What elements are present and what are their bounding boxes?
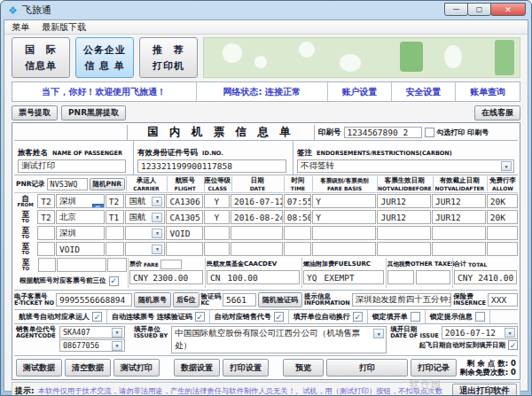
chevron-down-icon[interactable]: ▼ <box>112 328 122 338</box>
time-input-2[interactable]: 08:50 <box>284 210 311 224</box>
insurance-input[interactable]: XXX <box>488 293 518 307</box>
exit-print-software-button[interactable]: 退出打印软件 <box>452 384 517 396</box>
fare-amount-input[interactable]: CNY2300.00 <box>129 270 203 284</box>
option-checkbox[interactable]: ✓ <box>195 312 205 322</box>
fare-basis-input-3[interactable] <box>312 226 376 240</box>
date-input-2[interactable]: 2016-08-24 <box>231 210 283 224</box>
menu-item-download[interactable]: 最新版下载 <box>42 21 86 34</box>
account-settings-link[interactable]: 账户设置 <box>328 82 392 101</box>
issued-by-select[interactable]: 中国国际航空股份有限公司江西分公司（机场售票处）▼ <box>171 326 387 353</box>
chevron-down-icon[interactable]: ▼ <box>152 213 162 222</box>
not-valid-after-input-2[interactable]: JUR12 <box>432 210 486 224</box>
passenger-name-input[interactable]: 测试打印 <box>18 159 126 173</box>
city-to-input[interactable] <box>57 258 106 272</box>
city-to-input[interactable]: VOID <box>56 242 105 256</box>
online-service-button[interactable]: 在线客服 <box>474 105 520 120</box>
close-button[interactable]: ✕ <box>490 3 526 16</box>
not-valid-before-input-4[interactable] <box>377 242 431 256</box>
time-input-4[interactable] <box>284 242 311 256</box>
print-no-checkbox[interactable] <box>425 128 434 137</box>
fare-extra-input[interactable] <box>160 260 182 269</box>
terminal-to-input[interactable] <box>106 242 125 256</box>
flight-number-input-4[interactable] <box>166 242 202 256</box>
ticket-number-extract-button[interactable]: 票号提取 <box>12 105 58 120</box>
date-input-3[interactable] <box>231 226 283 240</box>
flight-number-input-2[interactable]: CA1305 <box>166 210 202 224</box>
option-checkbox[interactable]: ✓ <box>274 312 284 322</box>
ticket-prefix-checkbox[interactable]: ✓ <box>109 276 119 286</box>
terminal-to-input[interactable] <box>106 226 125 240</box>
terminal-from-input[interactable]: T2 <box>37 194 55 208</box>
not-valid-after-input-1[interactable]: JUR12 <box>432 194 486 208</box>
issue-date-picker[interactable]: 2016-07-12▼ <box>442 326 518 339</box>
carrier-select-1[interactable]: 国航▼ <box>125 194 165 208</box>
caacdev-input[interactable]: CN100.00 <box>207 270 300 284</box>
terminal-to-input[interactable]: T1 <box>106 210 125 224</box>
calendar-dropdown-icon[interactable]: ▼ <box>505 328 515 338</box>
class-input-1[interactable]: Y <box>204 194 230 208</box>
not-valid-after-input-4[interactable] <box>432 242 486 256</box>
minimize-button[interactable]: — <box>444 3 468 16</box>
title-bar[interactable]: ❖ 飞旅通 — ▢ ✕ <box>1 1 531 19</box>
maximize-button[interactable]: ▢ <box>467 3 491 16</box>
terminal-from-input[interactable] <box>37 242 55 256</box>
terminal-from-input[interactable] <box>37 226 55 240</box>
not-valid-after-input-3[interactable] <box>432 226 486 240</box>
endorsements-select[interactable]: 不得签转 ▼ <box>297 159 514 173</box>
allowance-input-4[interactable] <box>487 242 518 256</box>
class-input-2[interactable]: Y <box>204 210 230 224</box>
other-taxes-code-input[interactable] <box>387 270 414 284</box>
option-checkbox[interactable]: ✓ <box>353 312 363 322</box>
not-valid-before-input-2[interactable]: JUR12 <box>377 210 431 224</box>
not-valid-before-input-1[interactable]: JUR12 <box>377 194 431 208</box>
preview-button[interactable]: 预览 <box>283 359 324 377</box>
test-print-button[interactable]: 测试打印 <box>113 359 160 377</box>
random-ticket-number-button[interactable]: 随机票号 <box>134 292 171 307</box>
print-settings-button[interactable]: 打印设置 <box>223 359 269 377</box>
chevron-down-icon[interactable]: ▼ <box>152 245 162 254</box>
city-from-input[interactable]: 深圳换 <box>56 194 105 208</box>
not-valid-before-input-3[interactable] <box>377 226 431 240</box>
test-data-button[interactable]: 测试数据 <box>16 359 62 377</box>
data-settings-button[interactable]: 数据设置 <box>174 359 220 377</box>
agent-code-select-2[interactable]: 08677056▼ <box>59 339 125 352</box>
verify-code-input[interactable]: 5661 <box>223 293 256 307</box>
terminal-to-input[interactable]: T2 <box>106 194 125 208</box>
menu-item-main[interactable]: 菜单 <box>12 21 29 34</box>
print-button[interactable]: 打印 <box>326 359 408 377</box>
carrier-select-2[interactable]: 国航▼ <box>125 210 165 224</box>
id-number-input[interactable]: 123321199900117858 <box>137 159 286 173</box>
fuel-surcharge-input[interactable]: YQEXEMPT <box>303 270 384 284</box>
random-verify-code-button[interactable]: 随机验证码 <box>258 292 302 307</box>
fare-basis-input-1[interactable]: Y <box>312 194 376 208</box>
recommended-printer-button[interactable]: 推 荐 打印机 <box>139 37 198 78</box>
chevron-down-icon[interactable]: ▼ <box>152 229 162 238</box>
time-input-1[interactable]: 07:55 <box>284 194 311 208</box>
chevron-down-icon[interactable]: ▼ <box>112 341 122 351</box>
fare-basis-input-4[interactable] <box>312 242 376 256</box>
carrier-select-3[interactable]: ▼ <box>125 226 165 240</box>
eticket-number-input[interactable]: 9995556668894 <box>56 293 132 307</box>
city-to-input[interactable]: 深圳 <box>56 226 105 240</box>
business-enterprise-info-sheet-button[interactable]: 公务企业 信 息 单 <box>75 37 134 78</box>
flight-number-input-3[interactable]: VOID <box>166 226 202 240</box>
auto-date-checkbox[interactable]: ✓ <box>508 340 518 350</box>
chevron-down-icon[interactable]: ▼ <box>373 329 384 338</box>
option-checkbox[interactable] <box>475 312 485 322</box>
option-checkbox[interactable] <box>411 312 420 322</box>
terminal-from-input[interactable]: T2 <box>37 210 55 224</box>
date-input-1[interactable]: 2016-07-12 <box>231 194 283 208</box>
info-input[interactable]: 深圳始发提前四十五分钟办 <box>352 293 452 307</box>
agent-code-select-1[interactable]: SKA407▼ <box>59 326 125 338</box>
chevron-down-icon[interactable]: ▼ <box>501 161 512 171</box>
last-six-digits-button[interactable]: 后6位 <box>173 292 200 307</box>
pnr-screen-extract-button[interactable]: PNR黑屏提取 <box>61 105 126 120</box>
international-info-sheet-button[interactable]: 国 际 信息单 <box>12 37 70 78</box>
allowance-input-1[interactable]: 20K <box>487 194 518 208</box>
print-no-input[interactable]: 1234567890 2 <box>344 127 422 138</box>
fare-basis-input-2[interactable]: Y <box>312 210 376 224</box>
class-input-3[interactable] <box>204 226 230 240</box>
class-input-4[interactable] <box>204 242 230 256</box>
swap-cities-button[interactable]: 换 <box>92 204 105 208</box>
security-settings-link[interactable]: 安全设置 <box>392 82 456 101</box>
